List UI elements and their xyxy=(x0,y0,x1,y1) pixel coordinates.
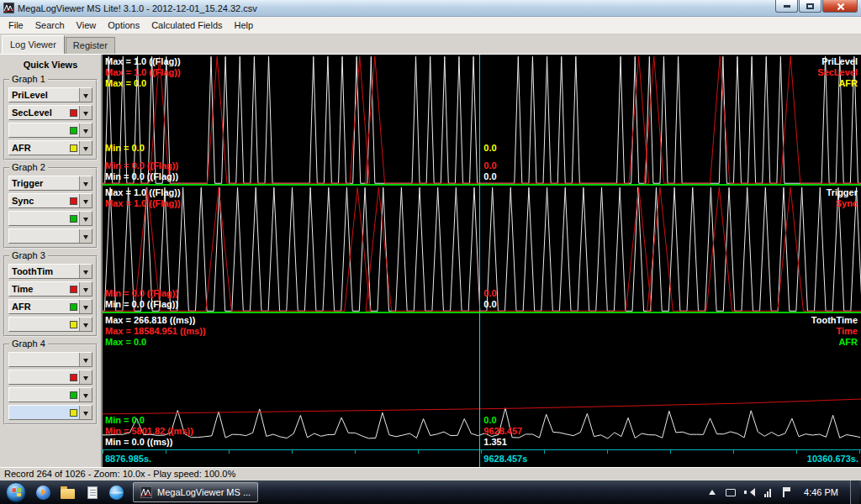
graph3-series1-select[interactable]: ToothTim xyxy=(8,264,92,279)
min-label: Min = 0.0 xyxy=(105,415,193,426)
legend-entry: Time xyxy=(811,326,858,337)
taskbar-clock[interactable]: 4:46 PM xyxy=(799,487,843,497)
graph1-series3-select[interactable] xyxy=(8,123,92,138)
graph1-series4-select[interactable]: AFR xyxy=(8,140,92,155)
playback-cursor-line[interactable] xyxy=(479,55,480,467)
megalogviewer-icon xyxy=(140,486,152,498)
volume-icon[interactable] xyxy=(743,486,755,499)
graph-3[interactable]: Max = 266.818 ((ms)) Max = 18584.951 ((m… xyxy=(103,313,861,450)
chevron-down-icon[interactable] xyxy=(79,106,92,119)
hidden-icons-arrow[interactable] xyxy=(706,486,718,499)
menu-options[interactable]: Options xyxy=(102,18,145,33)
chevron-down-icon[interactable] xyxy=(79,88,92,102)
chevron-down-icon[interactable] xyxy=(79,388,92,402)
axis-cursor-time: 9628.457s xyxy=(483,454,527,464)
cursor-value: 0.0 xyxy=(483,288,496,299)
chevron-down-icon[interactable] xyxy=(79,194,92,207)
legend-entry: AFR xyxy=(811,337,858,348)
start-button[interactable] xyxy=(6,482,26,502)
graph3-series4-select[interactable] xyxy=(8,317,92,332)
tab-bar: Log Viewer Register xyxy=(0,34,861,54)
cursor-value: 9628.457 xyxy=(483,426,522,437)
graph-panel[interactable]: Max = 1.0 ((Flag)) Max = 1.0 ((Flag)) Ma… xyxy=(101,55,861,467)
notepad-icon[interactable] xyxy=(81,482,103,502)
chevron-down-icon[interactable] xyxy=(79,406,92,419)
close-button[interactable] xyxy=(822,0,858,13)
max-label: Max = 266.818 ((ms)) xyxy=(105,315,206,326)
series-color-swatch xyxy=(70,374,77,381)
graph2-min-labels: Min = 0.0 ((Flag)) Min = 0.0 ((Flag)) xyxy=(105,288,178,310)
minimize-button[interactable] xyxy=(775,0,798,13)
graph2-series3-select[interactable] xyxy=(8,211,92,226)
graph4-series1-select[interactable] xyxy=(8,352,92,367)
sidebar-title: Quick Views xyxy=(2,55,99,72)
chevron-down-icon[interactable] xyxy=(79,141,92,155)
explorer-folder-icon[interactable] xyxy=(56,482,79,502)
time-axis[interactable]: 8876.985s. 9628.457s 10360.673s. xyxy=(103,450,861,467)
tab-register[interactable]: Register xyxy=(66,37,115,54)
main-content: Quick Views Graph 1 PriLevel SecLevel xyxy=(0,54,861,467)
graph2-waveforms xyxy=(103,186,861,312)
chevron-down-icon[interactable] xyxy=(79,176,92,190)
graph1-legend: PriLevel SecLevel AFR xyxy=(817,56,858,89)
tab-log-viewer[interactable]: Log Viewer xyxy=(2,35,65,54)
graph2-series1-select[interactable]: Trigger xyxy=(8,176,92,191)
menu-search[interactable]: Search xyxy=(29,18,71,33)
chevron-down-icon[interactable] xyxy=(79,318,92,331)
chevron-down-icon[interactable] xyxy=(79,265,92,278)
chevron-down-icon[interactable] xyxy=(79,212,92,225)
chevron-down-icon[interactable] xyxy=(79,282,92,296)
series-color-swatch xyxy=(70,109,77,117)
chevron-down-icon[interactable] xyxy=(79,123,92,137)
series-color-swatch xyxy=(70,215,77,223)
cursor-value: 0.0 xyxy=(483,160,496,171)
graph1-cursor-values: 0.0 0.0 0.0 xyxy=(483,143,496,182)
chevron-down-icon[interactable] xyxy=(79,370,92,384)
chevron-down-icon[interactable] xyxy=(79,300,92,313)
graph2-group: Graph 2 Trigger Sync xyxy=(3,167,98,249)
graph1-series2-select[interactable]: SecLevel xyxy=(8,105,92,120)
graph3-series3-select[interactable]: AFR xyxy=(8,299,92,314)
axis-ticks xyxy=(103,450,861,454)
graph-2[interactable]: Max = 1.0 ((Flag)) Max = 1.0 ((Flag)) Mi… xyxy=(103,186,861,313)
graph4-series3-select[interactable] xyxy=(8,387,92,402)
legend-entry: SecLevel xyxy=(817,67,858,78)
graph2-series4-select[interactable] xyxy=(8,228,92,244)
maximize-button[interactable] xyxy=(799,0,821,13)
series-color-swatch xyxy=(70,286,77,293)
axis-end-time: 10360.673s. xyxy=(807,454,858,464)
graph-1[interactable]: Max = 1.0 ((Flag)) Max = 1.0 ((Flag)) Ma… xyxy=(103,55,861,186)
taskbar-app-button[interactable]: MegaLogViewer MS ... xyxy=(133,482,258,502)
graph1-min-labels: Min = 0.0 Min = 0.0 ((Flag)) Min = 0.0 (… xyxy=(105,143,178,182)
action-center-flag-icon[interactable] xyxy=(780,486,792,499)
media-player-icon[interactable] xyxy=(32,482,55,502)
max-label: Max = 1.0 ((Flag)) xyxy=(105,56,181,67)
combo-value: AFR xyxy=(9,302,70,312)
window-titlebar[interactable]: MegaLogViewer MS Lite! 3.1.0 - 2012-12-0… xyxy=(0,0,861,17)
chevron-down-icon[interactable] xyxy=(79,353,92,366)
cursor-value: 1.351 xyxy=(483,437,522,448)
max-label: Max = 1.0 ((Flag)) xyxy=(105,198,181,209)
menu-bar: File Search View Options Calculated Fiel… xyxy=(0,17,861,34)
max-label: Max = 0.0 xyxy=(105,78,181,89)
application-window: MegaLogViewer MS Lite! 3.1.0 - 2012-12-0… xyxy=(0,0,861,504)
network-icon[interactable] xyxy=(762,486,774,499)
menu-calculated-fields[interactable]: Calculated Fields xyxy=(145,18,228,33)
quick-views-sidebar: Quick Views Graph 1 PriLevel SecLevel xyxy=(0,55,101,467)
display-icon[interactable] xyxy=(725,486,737,499)
graph1-series1-select[interactable]: PriLevel xyxy=(8,87,92,102)
menu-file[interactable]: File xyxy=(3,18,29,33)
chevron-down-icon[interactable] xyxy=(79,229,92,243)
browser-icon[interactable] xyxy=(105,482,128,502)
menu-view[interactable]: View xyxy=(71,18,103,33)
series-color-swatch xyxy=(70,197,77,205)
series-color-swatch xyxy=(70,391,77,399)
graph3-group-label: Graph 3 xyxy=(9,250,48,260)
menu-help[interactable]: Help xyxy=(229,18,260,33)
show-desktop-button[interactable] xyxy=(850,480,859,504)
graph4-series4-select[interactable] xyxy=(8,405,92,420)
combo-value: PriLevel xyxy=(9,90,70,100)
graph2-series2-select[interactable]: Sync xyxy=(8,193,92,208)
graph3-series2-select[interactable]: Time xyxy=(8,281,92,297)
graph4-series2-select[interactable] xyxy=(8,370,92,385)
